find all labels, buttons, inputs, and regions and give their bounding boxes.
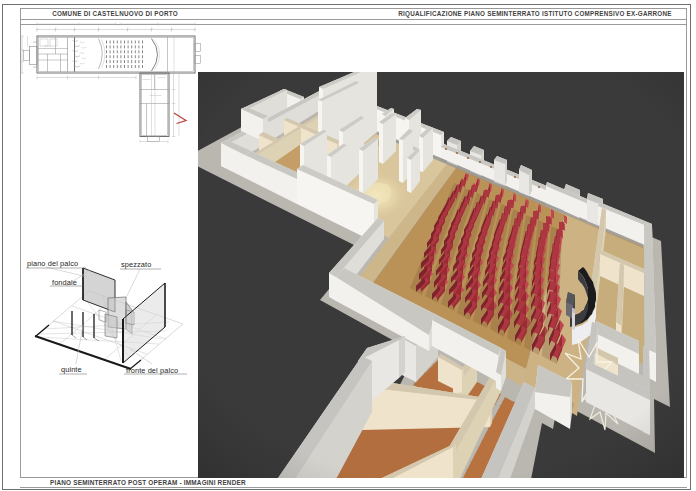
page-border-left	[2, 4, 3, 490]
page-border-right	[690, 4, 691, 490]
frame-bottom	[20, 487, 687, 488]
label-piano-del-palco: piano del palco	[27, 259, 78, 268]
render-vignette	[198, 72, 684, 478]
label-fondale: fondale	[52, 278, 77, 287]
stage-diagram-drawing	[18, 252, 208, 387]
label-spezzato: spezzato	[121, 260, 151, 269]
page-border-top	[2, 4, 691, 5]
header-right-title: RIQUALIFICAZIONE PIANO SEMINTERRATO ISTI…	[390, 10, 680, 17]
drawing-sheet: COMUNE DI CASTELNUOVO DI PORTO RIQUALIFI…	[0, 0, 696, 491]
frame-top	[20, 8, 687, 9]
page-border-bottom	[2, 489, 691, 490]
frame-right	[686, 8, 687, 478]
floorplan-drawing	[15, 18, 215, 168]
render-image	[198, 72, 684, 478]
footer-caption: PIANO SEMINTERRATO POST OPERAM - IMMAGIN…	[50, 479, 220, 486]
stage-sketch-lines	[26, 267, 187, 374]
floorplan-lines	[20, 22, 200, 143]
label-quinte: quinte	[61, 365, 82, 374]
header-left-title: COMUNE DI CASTELNUOVO DI PORTO	[40, 10, 190, 17]
label-fronte-del-palco: fronte del palco	[126, 366, 178, 375]
